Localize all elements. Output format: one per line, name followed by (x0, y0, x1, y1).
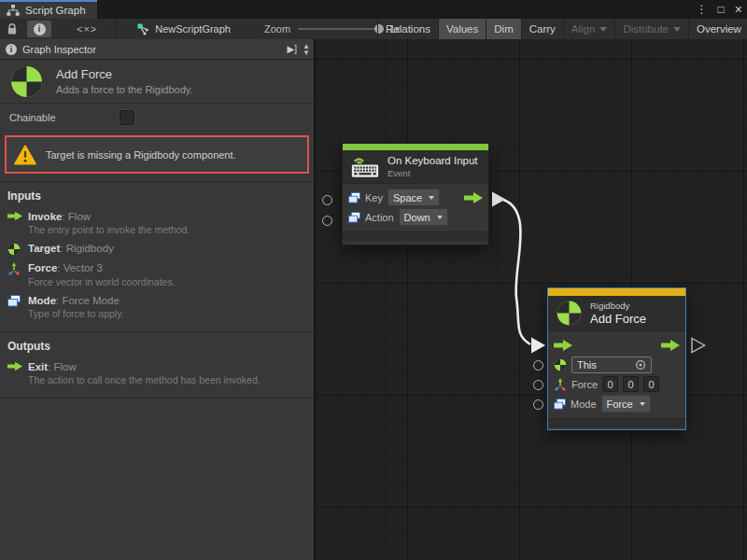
list-item: Target: Rigidbody (0, 240, 314, 259)
inspector-header: i Graph Inspector ▶] ▲ ▼ (0, 39, 314, 60)
unit-summary: Add Force Adds a force to the Rigidbody. (0, 60, 314, 104)
align-button[interactable]: Align (563, 19, 615, 39)
inspector-toggle-button[interactable]: i (27, 21, 51, 37)
inputs-section: Inputs Invoke: Flow The entry point to i… (0, 181, 314, 331)
warning-text: Target is missing a Rigidbody component. (46, 149, 236, 161)
node-header: Rigidbody Add Force (548, 296, 685, 330)
info-icon: i (6, 44, 17, 55)
carry-button[interactable]: Carry (521, 19, 563, 39)
node-kicker: Rigidbody (590, 301, 646, 311)
close-icon[interactable]: × (735, 0, 742, 19)
enum-icon (348, 192, 360, 203)
rigidbody-icon (9, 64, 44, 99)
dim-button[interactable]: Dim (486, 19, 520, 39)
inputs-title: Inputs (0, 187, 314, 208)
key-port-label: Key (365, 192, 383, 203)
force-z-field[interactable]: 0 (643, 376, 659, 392)
mode-input-port[interactable] (533, 399, 543, 410)
list-item: Force: Vector 3 Force vector in world co… (0, 259, 314, 292)
chainable-label: Chainable (9, 112, 56, 123)
outputs-title: Outputs (0, 337, 314, 358)
tab-bar: Script Graph ⋮ □ × (0, 0, 747, 19)
node-footer (343, 231, 488, 241)
inspector-empty-area (0, 398, 314, 560)
vector3-icon (7, 261, 28, 275)
rigidbody-icon (554, 358, 567, 371)
target-input-port[interactable] (533, 360, 543, 371)
code-preview-icon[interactable]: <×> (77, 23, 97, 35)
info-icon: i (34, 23, 46, 35)
node-on-keyboard-input[interactable]: On Keyboard Input Event Key Space (342, 143, 489, 245)
mode-dropdown[interactable]: Force (601, 395, 651, 413)
action-port-label: Action (365, 212, 394, 223)
rigidbody-icon (556, 300, 583, 327)
keyboard-icon (350, 155, 380, 178)
list-item: Mode: Force Mode Type of force to apply. (0, 292, 314, 324)
node-body: This Force 0 0 (548, 330, 685, 415)
enum-icon (554, 399, 566, 410)
object-picker-icon[interactable] (635, 359, 646, 371)
dock-icon[interactable]: ▶] (288, 44, 297, 54)
flow-exit-port-triangle (692, 339, 705, 353)
scroll-down-icon[interactable]: ▼ (303, 49, 310, 56)
graph-toolbar: i <×> NewScriptGraph Zoom 1x Relations V… (0, 19, 747, 40)
relations-button[interactable]: Relations (377, 19, 438, 39)
graph-inspector-panel: i Graph Inspector ▶] ▲ ▼ Add Force Adds … (0, 39, 316, 560)
chevron-down-icon (437, 216, 443, 219)
vector3-icon (554, 378, 567, 391)
mode-port-label: Mode (571, 399, 597, 410)
flow-icon (7, 360, 28, 371)
flow-icon (7, 210, 28, 221)
force-y-field[interactable]: 0 (623, 376, 639, 392)
node-color-bar (548, 288, 685, 296)
force-x-field[interactable]: 0 (602, 376, 618, 392)
node-footer (548, 418, 685, 427)
tab-script-graph[interactable]: Script Graph (0, 0, 97, 19)
window-menu-icon[interactable]: ⋮ (697, 0, 708, 19)
chevron-down-icon (673, 27, 681, 32)
chevron-down-icon (599, 27, 607, 32)
target-object-field[interactable]: This (571, 357, 652, 373)
graph-canvas[interactable]: On Keyboard Input Event Key Space (316, 39, 747, 560)
force-port-label: Force (571, 379, 598, 390)
key-input-port[interactable] (322, 195, 332, 205)
node-body: Key Space Action Down (343, 183, 488, 229)
values-button[interactable]: Values (438, 19, 486, 39)
action-input-port[interactable] (322, 216, 332, 226)
chevron-down-icon (429, 196, 434, 200)
warning-box: Target is missing a Rigidbody component. (5, 135, 309, 174)
list-item: Exit: Flow The action to call once the m… (0, 358, 314, 390)
zoom-slider[interactable] (298, 28, 384, 30)
tab-title: Script Graph (25, 5, 86, 16)
overview-button[interactable]: Overview (688, 19, 747, 39)
enum-icon (7, 294, 28, 307)
graph-breadcrumb[interactable]: NewScriptGraph (137, 23, 231, 35)
node-add-force[interactable]: Rigidbody Add Force (547, 287, 686, 430)
chainable-checkbox[interactable] (120, 110, 134, 125)
zoom-label: Zoom (264, 23, 290, 35)
node-color-bar (343, 144, 488, 150)
flow-in-port-triangle (531, 338, 545, 354)
outputs-section: Outputs Exit: Flow The action to call on… (0, 331, 314, 398)
key-dropdown[interactable]: Space (388, 189, 440, 206)
lock-icon[interactable] (7, 22, 18, 35)
node-header: On Keyboard Input Event (343, 150, 488, 183)
flow-output-arrow-icon[interactable] (464, 192, 483, 203)
unit-description: Adds a force to the Rigidbody. (56, 84, 193, 95)
inspector-title: Graph Inspector (22, 44, 282, 55)
force-input-port[interactable] (533, 380, 543, 390)
toolbar-separator (116, 19, 117, 39)
unit-title: Add Force (56, 67, 193, 81)
hierarchy-icon (7, 5, 20, 16)
rigidbody-icon (7, 242, 28, 256)
chainable-row: Chainable (0, 104, 314, 132)
graph-icon (137, 23, 149, 35)
flow-input-arrow-icon[interactable] (554, 340, 572, 351)
distribute-button[interactable]: Distribute (614, 19, 688, 39)
flow-output-arrow-icon[interactable] (661, 340, 680, 351)
action-dropdown[interactable]: Down (399, 208, 448, 226)
list-item: Invoke: Flow The entry point to invoke t… (0, 208, 314, 240)
node-subtitle: Event (388, 168, 478, 178)
node-title: On Keyboard Input (388, 155, 478, 166)
maximize-icon[interactable]: □ (718, 0, 725, 19)
